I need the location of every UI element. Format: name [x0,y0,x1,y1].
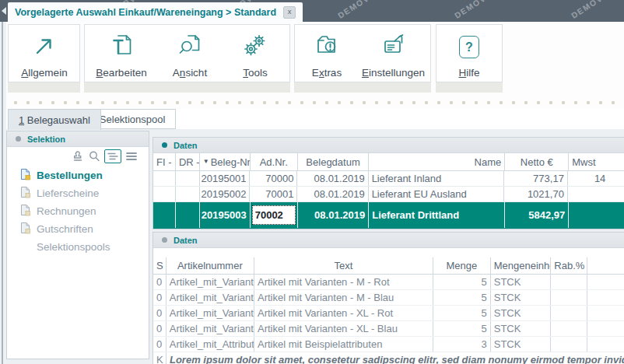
col-header-fi[interactable]: FI - [153,153,176,170]
col-header-beleg-nr[interactable]: ▼ Beleg-Nr. [200,153,251,170]
tree-item-selektionspools[interactable]: Selektionspools [7,238,149,256]
cell-einheit: STCK [491,306,552,320]
tree-item-rechnungen[interactable]: Rechnungen [7,202,149,220]
cell-einheit: STCK [491,337,552,352]
cell-menge: 5 [433,275,491,289]
table-row[interactable]: 20195002 70001 08.01.2019 Lieferant EU A… [153,187,624,202]
cell-s: K [153,352,167,364]
cell-beleg-nr: 20195003 [200,202,251,228]
cell-s: 0 [153,337,167,352]
cell-netto: 5842,97 [505,202,569,228]
cell-menge: 3 [433,337,491,352]
cell-ad-nr: 70001 [250,187,297,201]
cell-name: Lieferant EU Ausland [369,187,504,201]
splitter-dots[interactable] [9,100,615,105]
selektion-tree: Bestellungen Lieferscheine Rechnungen Gu… [7,165,149,256]
col-header-netto[interactable]: Netto € [505,153,569,170]
table1-header-row: FI - DR - ▼ Beleg-Nr. Ad.Nr. Belegdatum … [153,153,624,171]
cell-rab [551,275,587,289]
cell-s: 0 [153,321,167,336]
watermark-text: DEMOVERSION [453,0,520,20]
table-row-note[interactable]: K Lorem ipsum dolor sit amet, consetetur… [153,352,624,364]
cell-mwst: 14 [568,171,624,186]
tree-item-bestellungen[interactable]: Bestellungen [7,166,149,184]
cell-belegdatum: 08.01.2019 [297,171,368,186]
col-header-rab[interactable]: Rab.% [551,257,587,274]
bearbeiten-label: Bearbeiten [96,67,146,79]
col-header-s[interactable]: S [153,257,167,274]
cell-mwst [568,187,624,201]
tree-item-gutschriften[interactable]: Gutschriften [7,220,149,238]
cell-text: Artikel mit Beispielattributen [254,337,433,352]
cell-einheit: STCK [491,275,552,289]
titlebar: DEMOVERSION DEMOVERSION DEMOVERSION DEMO… [0,0,624,22]
cell-beleg-nr: 20195002 [200,187,251,201]
cell-artikelnummer: Artikel_mit_Variante [167,275,254,289]
help-icon: ? [459,29,479,58]
watermark-text: DEMOVERSION [336,0,403,20]
cell-einheit: STCK [491,321,552,336]
table-row[interactable]: 0 Artikel_mit_Attribute Artikel mit Beis… [153,337,624,352]
app-window: DEMOVERSION DEMOVERSION DEMOVERSION DEMO… [0,0,624,364]
document-icon [19,204,31,219]
allgemein-label: Allgemein [21,67,67,79]
cell-menge: 5 [433,290,491,305]
tree-view-icon[interactable] [104,149,121,163]
tree-item-lieferscheine[interactable]: Lieferscheine [7,184,149,202]
col-header-menge[interactable]: Menge [433,257,491,274]
cell-rab [551,321,587,336]
table-row[interactable]: 0 Artikel_mit_Variante Artikel mit Varia… [153,321,624,337]
einstellungen-label: Einstellungen [362,67,425,79]
window-left-edge [0,22,6,364]
cell-text: Artikel mit Varianten - M - Rot [254,275,433,289]
ad-nr-edit-cell[interactable]: 70002 [252,205,296,225]
document-icon [19,168,31,183]
table-row[interactable]: 0 Artikel_mit_Variante Artikel mit Varia… [153,275,624,290]
col-header-artikelnummer[interactable]: Artikelnummer [167,257,254,274]
col-header-mengeneinheit[interactable]: Mengeneinheit [491,257,552,274]
daten-panel-documents: Daten FI - DR - ▼ Beleg-Nr. Ad.Nr. Beleg… [152,137,624,229]
daten-panel-title: Daten [174,141,198,150]
extras-button[interactable]: Extras [296,29,358,79]
col-header-belegdatum[interactable]: Belegdatum [298,153,370,170]
search-icon[interactable] [88,150,100,163]
col-header-text[interactable]: Text [254,257,433,274]
col-header-dr[interactable]: DR - [176,153,200,170]
table-row-selected[interactable]: 20195003 70002 08.01.2019 Lieferant Drit… [153,202,624,229]
cell-s: 0 [153,290,167,305]
tab-belegauswahl[interactable]: 1 Belegauswahl [8,109,101,130]
bearbeiten-button[interactable]: Bearbeiten [87,29,156,79]
arrow-ne-icon [31,29,58,58]
cell-artikelnummer: Artikel_mit_Variante [167,321,254,336]
left-arrow-icon [2,7,6,15]
col-header-mwst[interactable]: Mwst [569,153,624,170]
document-icon [19,186,31,201]
cell-name: Lieferant Drittland [369,202,505,228]
einstellungen-button[interactable]: Einstellungen [356,29,430,79]
cell-rab [551,290,587,305]
toolbar-strip [8,82,80,93]
cell-belegdatum: 08.01.2019 [297,187,368,201]
table-row[interactable]: 0 Artikel_mit_Variante Artikel mit Varia… [153,306,624,321]
allgemein-button[interactable]: Allgemein [10,29,79,79]
scroll-tabs-left-button[interactable] [0,0,8,22]
toolbar-strip [436,82,503,93]
table-row[interactable]: 20195001 70000 08.01.2019 Lieferant Inla… [153,171,624,187]
stamp-icon[interactable] [72,150,84,163]
hilfe-button[interactable]: ? Hilfe [437,29,501,79]
col-header-name[interactable]: Name [369,153,505,170]
cell-s: 0 [153,306,167,320]
document-tab[interactable]: Vorgelagerte Auswahl Einkauf/Wareneingan… [8,2,303,22]
tools-button[interactable]: Tools [221,29,289,79]
daten-panel-positions: Daten S Artikelnummer Text Menge Mengene… [152,232,624,364]
close-tab-button[interactable]: x [283,6,296,19]
hand-settings-icon [380,29,407,58]
list-view-icon[interactable] [125,150,138,163]
table-row[interactable]: 0 Artikel_mit_Variante Artikel mit Varia… [153,290,624,306]
cell-artikelnummer: Artikel_mit_Variante [167,306,254,320]
selektion-panel-header: Selektion [7,131,149,147]
cell-rab [551,337,587,352]
table2-header-row: S Artikelnummer Text Menge Mengeneinheit… [153,257,624,275]
ansicht-button[interactable]: Ansicht [156,29,224,79]
col-header-ad-nr[interactable]: Ad.Nr. [251,153,298,170]
